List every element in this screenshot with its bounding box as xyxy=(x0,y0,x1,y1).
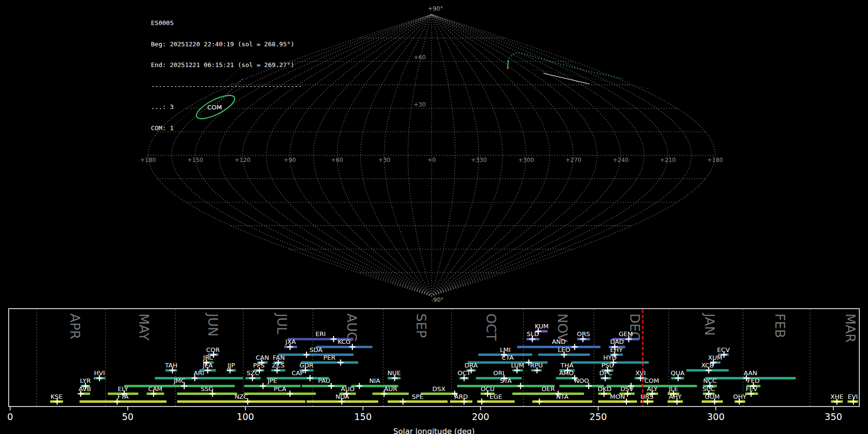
shower-sta: STA xyxy=(457,377,555,389)
shower-peak-marker xyxy=(260,383,266,389)
x-axis-tick-label: 250 xyxy=(589,411,607,422)
shower-code-label: SDA xyxy=(310,346,323,353)
month-label-jun: JUN xyxy=(205,312,220,337)
shower-kse: KSE xyxy=(50,393,63,405)
shower-code-label: CAN xyxy=(256,354,269,361)
longitude-label: +60 xyxy=(331,157,343,163)
shower-code-label: NUE xyxy=(388,369,401,377)
shower-hvi: HVI xyxy=(94,369,105,381)
shower-peak-marker xyxy=(479,399,484,404)
shower-code-label: GUM xyxy=(705,393,720,400)
shower-peak-marker xyxy=(287,391,293,396)
shower-code-label: AUR xyxy=(384,385,397,393)
shower-code-label: QUA xyxy=(671,369,685,377)
shower-activity-bar xyxy=(244,385,300,387)
shower-code-label: JXA xyxy=(285,338,296,345)
shower-code-label: PPS xyxy=(253,362,265,369)
shower-code-label: LMI xyxy=(500,346,511,353)
shower-code-label: NZC xyxy=(234,393,248,400)
shower-code-label: AAN xyxy=(744,369,757,377)
shower-code-label: CAP xyxy=(291,369,304,377)
shower-activity-bar xyxy=(155,377,243,380)
shower-gum: GUM xyxy=(702,393,723,405)
shower-activity-bar xyxy=(302,385,347,387)
shower-nue: NUE xyxy=(388,369,401,381)
shower-code-label: NOO xyxy=(574,377,589,384)
x-axis-tick-label: 200 xyxy=(472,411,489,422)
longitude-label: +240 xyxy=(613,157,629,163)
faint-plane-line xyxy=(533,69,649,89)
shower-bars: KUMERISLDORSGEMJXAKCGANDDADCORSDALMILEOE… xyxy=(50,323,858,404)
sky-gridline xyxy=(432,14,526,296)
shower-ors: ORS xyxy=(577,330,590,342)
shower-code-label: PER xyxy=(324,354,336,361)
shower-xhe: XHE xyxy=(830,393,843,405)
shower-zcs: ZCS xyxy=(271,362,285,373)
shower-code-label: AHY xyxy=(669,393,682,400)
month-label-apr: APR xyxy=(68,313,82,339)
shower-activity-bar xyxy=(80,400,166,403)
shower-nda: NDA xyxy=(307,393,379,405)
month-label-feb: FEB xyxy=(773,313,787,338)
shower-code-label: ARI xyxy=(194,369,204,377)
shower-code-label: XVI xyxy=(635,369,646,377)
shower-code-label: NCC xyxy=(703,377,717,384)
shower-code-label: COR xyxy=(206,346,220,353)
shower-code-label: OCU xyxy=(481,385,495,393)
shower-code-label: SZC xyxy=(247,369,259,377)
shower-code-label: CAM xyxy=(149,385,163,393)
shower-activity-bar xyxy=(372,393,409,395)
shower-code-label: NIA xyxy=(369,377,380,384)
shower-code-label: SSG xyxy=(201,385,214,393)
shower-code-label: EHY xyxy=(610,346,623,353)
shower-dkd: DKD xyxy=(598,385,612,397)
shower-peak-marker xyxy=(357,383,362,389)
shower-code-label: FED xyxy=(747,377,760,384)
shower-activity-bar xyxy=(512,393,584,395)
shower-code-label: ECV xyxy=(717,346,730,353)
longitude-label: +300 xyxy=(518,157,534,163)
shower-code-label: JPE xyxy=(267,377,277,384)
activity-timeline-chart: APRMAYJUNJULAUGSEPOCTNOVDECJANFEBMARKUME… xyxy=(7,309,859,434)
x-axis-tick-label: 150 xyxy=(354,411,372,422)
longitude-label: +180 xyxy=(140,157,156,163)
shower-peak-marker xyxy=(518,383,523,389)
shower-activity-bar xyxy=(244,393,316,395)
x-axis-tick-label: 300 xyxy=(707,411,724,422)
sky-map-and-activity-chart: +180+150+120+90+60+30+0+330+300+270+240+… xyxy=(0,0,868,434)
shower-jxa: JXA xyxy=(284,338,297,350)
longitude-label: +120 xyxy=(235,157,251,163)
shower-activity-bar xyxy=(177,400,305,403)
month-label-may: MAY xyxy=(136,313,151,341)
shower-code-label: FEV xyxy=(746,385,758,393)
shower-szc: SZC xyxy=(245,369,261,381)
shower-code-label: LEO xyxy=(558,346,570,353)
shower-code-label: ORS xyxy=(577,330,590,338)
shower-code-label: DSX xyxy=(432,385,445,393)
radiant-position-dot xyxy=(507,67,509,69)
shower-evi: EVI xyxy=(847,393,858,405)
shower-sld: SLD xyxy=(527,330,540,342)
shower-code-label: JEA xyxy=(202,362,213,369)
shower-code-label: OHY xyxy=(733,393,746,400)
shower-code-label: JMC xyxy=(173,377,185,384)
shower-code-label: EVI xyxy=(848,393,858,400)
shower-code-label: DSV xyxy=(621,385,634,393)
sky-grid xyxy=(148,14,715,296)
radiant-drift-tip-segment xyxy=(508,60,508,67)
shower-peak-marker xyxy=(400,399,406,404)
shower-code-label: KCG xyxy=(338,338,351,345)
shower-jip: JIP xyxy=(227,362,236,373)
sky-gridline xyxy=(432,14,455,296)
shower-ahy: AHY xyxy=(667,393,683,405)
radiant-drift-path xyxy=(508,53,623,79)
shower-avb: AVB xyxy=(78,385,91,397)
shower-code-label: NTA xyxy=(556,393,569,400)
month-label-mar: MAR xyxy=(843,313,858,343)
north-pole-label: +90° xyxy=(428,5,443,12)
shower-code-label: KUM xyxy=(535,323,549,330)
x-axis-tick-label: 0 xyxy=(7,411,13,422)
shower-code-label: XUM xyxy=(708,354,722,361)
shower-peak-marker xyxy=(338,360,343,365)
shower-activity-bar xyxy=(124,385,235,387)
